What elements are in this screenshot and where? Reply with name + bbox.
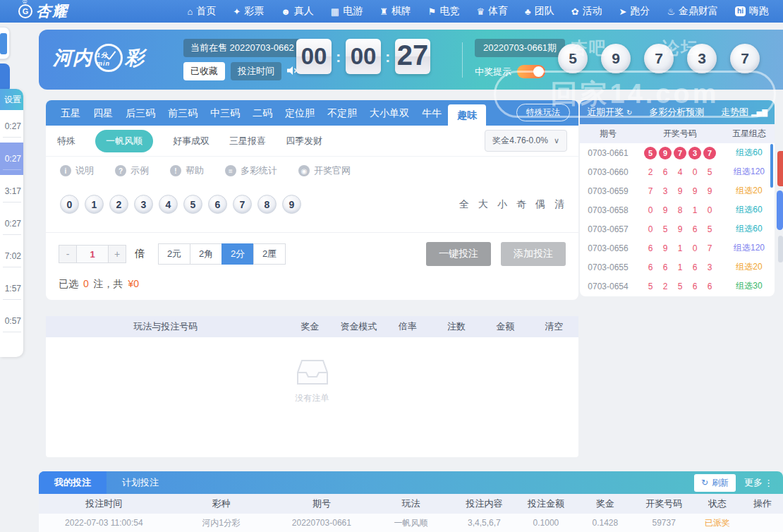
tab-zhongsanma[interactable]: 中三码 bbox=[204, 100, 246, 126]
nav-item-team[interactable]: ♣团队 bbox=[516, 0, 563, 23]
number-ball-5[interactable]: 5 bbox=[183, 195, 202, 214]
quick-pick-even[interactable]: 偶 bbox=[535, 198, 545, 211]
unit-li-button[interactable]: 2厘 bbox=[253, 243, 286, 265]
number-ball-9[interactable]: 9 bbox=[282, 195, 301, 214]
multiplier-value-field[interactable]: 1 bbox=[77, 245, 108, 263]
number-ball-2[interactable]: 2 bbox=[109, 195, 128, 214]
tab-sixing[interactable]: 四星 bbox=[87, 100, 119, 126]
pattern-link[interactable]: 组选120 bbox=[724, 242, 775, 254]
official-site-link[interactable]: ◉开奖官网 bbox=[298, 164, 351, 177]
favorited-button[interactable]: 已收藏 bbox=[183, 62, 225, 80]
quick-pick-odd[interactable]: 奇 bbox=[516, 198, 526, 211]
nav-item-hi[interactable]: hi嗨跑 bbox=[727, 0, 777, 23]
one-key-bet-button[interactable]: 一键投注 bbox=[426, 242, 491, 266]
tab-erma[interactable]: 二码 bbox=[246, 100, 279, 126]
sidebar-lottery-item-active[interactable]: 0:27 bbox=[0, 143, 23, 175]
pattern-link[interactable]: 组选20 bbox=[724, 185, 775, 197]
subtab-sanxingbaoxi[interactable]: 三星报喜 bbox=[229, 135, 266, 147]
nav-item-egames[interactable]: ▦电游 bbox=[322, 0, 371, 23]
more-link[interactable]: 更多 ⋮ bbox=[744, 476, 773, 489]
tab-dingweidan[interactable]: 定位胆 bbox=[279, 100, 321, 126]
example-link[interactable]: ?示例 bbox=[115, 164, 149, 177]
empty-state: 没有注单 bbox=[46, 358, 578, 404]
tab-trend-chart[interactable]: 走势图▂▅▇ bbox=[721, 106, 767, 119]
nav-item-wealth[interactable]: ♨金鼎财富 bbox=[658, 0, 727, 23]
sidebar-lottery-item[interactable]: 7:02 bbox=[0, 240, 23, 272]
draw-period: 0703-0655 bbox=[580, 262, 636, 272]
sidebar-lottery-item[interactable]: 0:27 bbox=[0, 207, 23, 240]
tab-budingdan[interactable]: 不定胆 bbox=[321, 100, 363, 126]
tab-daxiaodanshuang[interactable]: 大小单双 bbox=[363, 100, 415, 126]
special-plays-button[interactable]: 特殊玩法 bbox=[516, 104, 570, 121]
tab-housanma[interactable]: 后三码 bbox=[119, 100, 162, 126]
sidebar-lottery-item[interactable]: 3:17 bbox=[0, 175, 23, 207]
nav-item-sports[interactable]: ♛体育 bbox=[468, 0, 516, 23]
panel-scrollbar[interactable] bbox=[770, 144, 773, 188]
tab-recent-draws[interactable]: 近期开奖↻ bbox=[587, 106, 632, 119]
number-ball-8[interactable]: 8 bbox=[257, 195, 277, 214]
pattern-link[interactable]: 组选30 bbox=[724, 280, 775, 292]
unit-yuan-button[interactable]: 2元 bbox=[158, 243, 190, 265]
nav-item-lottery[interactable]: ✦彩票 bbox=[224, 0, 272, 23]
unit-fen-button-active[interactable]: 2分 bbox=[221, 243, 254, 265]
multiplier-label: 倍 bbox=[135, 248, 145, 260]
stats-link[interactable]: ≡多彩统计 bbox=[225, 164, 277, 177]
subtab-teshu[interactable]: 特殊 bbox=[57, 135, 75, 147]
col-status: 状态 bbox=[693, 497, 742, 510]
pattern-link[interactable]: 组选20 bbox=[724, 261, 775, 273]
quick-pick-small[interactable]: 小 bbox=[497, 198, 507, 211]
brand-logo[interactable]: G 杏耀 bbox=[18, 1, 68, 21]
number-ball-0[interactable]: 0 bbox=[60, 195, 79, 214]
nav-item-home[interactable]: ⌂首页 bbox=[178, 0, 224, 23]
edge-float-red[interactable] bbox=[777, 151, 783, 186]
tab-qiansanma[interactable]: 前三码 bbox=[162, 100, 204, 126]
pattern-link[interactable]: 组选60 bbox=[724, 204, 775, 216]
prize-rate-dropdown[interactable]: 奖金4.76-0.0% ∨ bbox=[485, 130, 567, 152]
help-link[interactable]: !帮助 bbox=[170, 164, 204, 177]
multiplier-minus-button[interactable]: - bbox=[59, 245, 77, 263]
nav-item-activity[interactable]: ✿活动 bbox=[563, 0, 611, 23]
tab-plan-bets[interactable]: 计划投注 bbox=[107, 471, 174, 494]
quick-pick-clear[interactable]: 清 bbox=[554, 198, 564, 211]
tab-my-bets-active[interactable]: 我的投注 bbox=[39, 471, 107, 494]
col-clear-all[interactable]: 清空 bbox=[530, 320, 578, 333]
sidebar-settings-button[interactable]: 设置 bbox=[0, 89, 23, 110]
number-ball-6[interactable]: 6 bbox=[208, 195, 227, 214]
pattern-link[interactable]: 组选60 bbox=[724, 223, 775, 235]
quick-pick-big[interactable]: 大 bbox=[478, 198, 488, 211]
add-bet-button[interactable]: 添加投注 bbox=[501, 242, 566, 266]
win-tip-toggle[interactable] bbox=[517, 65, 545, 78]
refresh-icon[interactable]: ↻ bbox=[626, 109, 632, 116]
pattern-link[interactable]: 组选60 bbox=[724, 147, 775, 159]
bet-time-button[interactable]: 投注时间 bbox=[231, 62, 281, 80]
subtab-haoshichengshuang[interactable]: 好事成双 bbox=[173, 135, 210, 147]
nav-item-live[interactable]: ☻真人 bbox=[272, 0, 322, 23]
subtab-yifanfengshun-active[interactable]: 一帆风顺 bbox=[95, 130, 153, 152]
quick-pick-all[interactable]: 全 bbox=[459, 198, 469, 211]
subtab-sijifacai[interactable]: 四季发财 bbox=[286, 135, 322, 147]
nav-item-chess[interactable]: ♜棋牌 bbox=[371, 0, 420, 23]
nav-item-racing[interactable]: ➤跑分 bbox=[611, 0, 659, 23]
number-ball-3[interactable]: 3 bbox=[134, 195, 153, 214]
number-ball-4[interactable]: 4 bbox=[159, 195, 178, 214]
multiplier-plus-button[interactable]: + bbox=[108, 245, 126, 263]
sidebar-lottery-item[interactable]: 0:27 bbox=[0, 110, 23, 143]
sidebar-lottery-item[interactable]: 0:57 bbox=[0, 305, 23, 337]
pattern-link[interactable]: 组选120 bbox=[724, 166, 775, 178]
sidebar-lottery-item[interactable]: 1:57 bbox=[0, 272, 23, 305]
number-ball-1[interactable]: 1 bbox=[85, 195, 104, 214]
nav-item-esports[interactable]: ⚑电竞 bbox=[420, 0, 468, 23]
col-amount: 金额 bbox=[481, 320, 530, 333]
floating-widget[interactable] bbox=[0, 27, 10, 59]
tab-quwei-active[interactable]: 趣味 bbox=[448, 104, 486, 126]
col-prize: 奖金 bbox=[286, 320, 334, 333]
tab-analysis-forecast[interactable]: 多彩分析预测 bbox=[649, 106, 704, 119]
instructions-link[interactable]: i说明 bbox=[60, 164, 94, 177]
refresh-button[interactable]: ↻ 刷新 bbox=[694, 474, 736, 492]
number-ball-7[interactable]: 7 bbox=[233, 195, 252, 214]
edge-float-blue[interactable] bbox=[777, 191, 783, 230]
unit-jiao-button[interactable]: 2角 bbox=[190, 243, 222, 265]
tab-niuniu[interactable]: 牛牛 bbox=[415, 100, 448, 126]
countdown-seconds: 27 bbox=[395, 39, 430, 74]
tab-wuxing[interactable]: 五星 bbox=[54, 100, 87, 126]
